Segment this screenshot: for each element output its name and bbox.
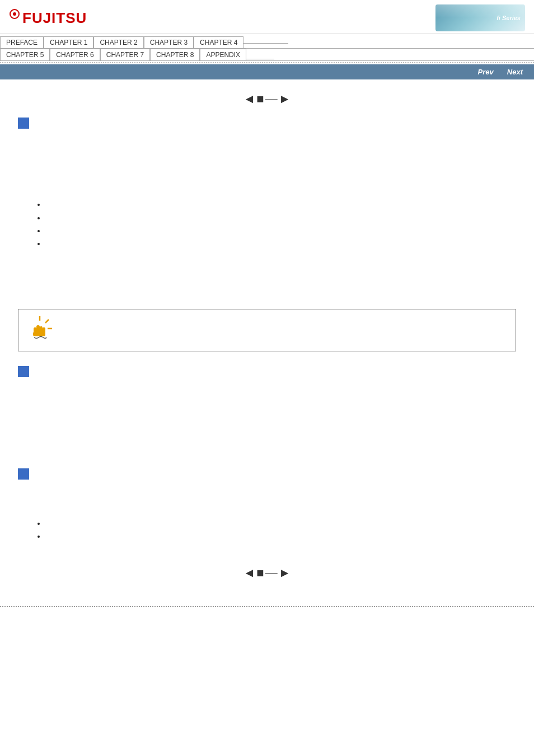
section-3-marker [18,468,29,480]
section-1-body-5 [18,256,516,268]
nav-row-2: CHAPTER 5 CHAPTER 6 CHAPTER 7 CHAPTER 8 … [0,49,534,61]
nav-spacer-line-1 [243,43,288,44]
nav-chapter6[interactable]: CHAPTER 6 [50,49,100,61]
nav-dash-bottom: — [265,566,278,580]
page-nav-top[interactable]: ◄ ■ — ► [18,92,516,106]
extra-space [0,607,534,719]
section-3-body-2 [18,501,516,513]
section-2-body-5 [18,447,516,458]
nav-dash: — [265,92,278,106]
section-2 [18,360,516,458]
section-2-body-1 [18,382,516,394]
fi-series-label: fi Series [496,15,521,21]
section-2-marker [18,366,29,377]
section-3-body-3 [18,549,516,561]
nav-chapter4[interactable]: CHAPTER 4 [194,36,243,49]
nav-chapter3[interactable]: CHAPTER 3 [144,36,194,49]
content-area: ◄ ■ — ► [0,79,534,597]
section-1-body-7 [18,288,516,300]
section-3-bullet-1 [46,517,516,530]
prevnext-bar: Prev Next [0,64,534,79]
nav-appendix[interactable]: APPENDIX [200,49,246,61]
section-3 [18,463,516,560]
header: FUJITSU fi Series [0,0,534,34]
nav-spacer-1 [243,36,534,49]
nav-chapter8[interactable]: CHAPTER 8 [150,49,200,61]
bullet-2 [46,212,516,224]
nav-wrapper: PREFACE CHAPTER 1 CHAPTER 2 CHAPTER 3 CH… [0,34,534,61]
section-1-body-6 [18,273,516,284]
nav-block: ■ [256,92,264,106]
section-2-body-3 [18,415,516,426]
section-1-marker [18,118,29,129]
nav-chapter1[interactable]: CHAPTER 1 [44,36,93,49]
svg-rect-9 [33,332,45,336]
section-2-body-2 [18,398,516,410]
prev-button[interactable]: Prev [474,67,498,77]
section-1-body-4 [18,182,516,194]
nav-forward-arrow-bottom[interactable]: ► [279,566,291,580]
section-1 [18,112,516,300]
nav-back-arrow-bottom[interactable]: ◄ [243,566,256,580]
bullet-3 [46,224,516,237]
section-2-body-4 [18,431,516,443]
section-1-body-2 [18,150,516,162]
svg-line-3 [45,320,49,323]
note-text [61,315,63,326]
section-3-bullet-2 [46,530,516,543]
note-icon [26,315,53,345]
header-logo-right: fi Series [435,4,525,31]
nav-forward-arrow[interactable]: ► [279,92,291,106]
nav-spacer-2 [246,49,534,61]
nav-chapter5[interactable]: CHAPTER 5 [0,49,50,61]
fujitsu-logo: FUJITSU [9,9,87,27]
nav-preface[interactable]: PREFACE [0,36,44,49]
note-box [18,309,516,351]
nav-chapter7[interactable]: CHAPTER 7 [100,49,150,61]
section-3-bullets [46,517,516,543]
section-1-body-1 [18,134,516,145]
section-1-body-3 [18,166,516,178]
logo-text: FUJITSU [22,10,87,27]
nav-block-bottom: ■ [256,566,264,580]
page-nav-bottom[interactable]: ◄ ■ — ► [18,566,516,580]
nav-back-arrow[interactable]: ◄ [243,92,256,106]
hint-icon-svg [26,315,53,342]
section-3-body-1 [18,485,516,496]
next-button[interactable]: Next [503,67,527,77]
bullet-1 [46,198,516,211]
nav-spacer-line-2 [246,59,274,59]
bullet-4 [46,237,516,250]
nav-row-1: PREFACE CHAPTER 1 CHAPTER 2 CHAPTER 3 CH… [0,36,534,49]
svg-point-1 [13,12,16,16]
section-1-bullets [46,198,516,251]
nav-chapter2[interactable]: CHAPTER 2 [93,36,143,49]
